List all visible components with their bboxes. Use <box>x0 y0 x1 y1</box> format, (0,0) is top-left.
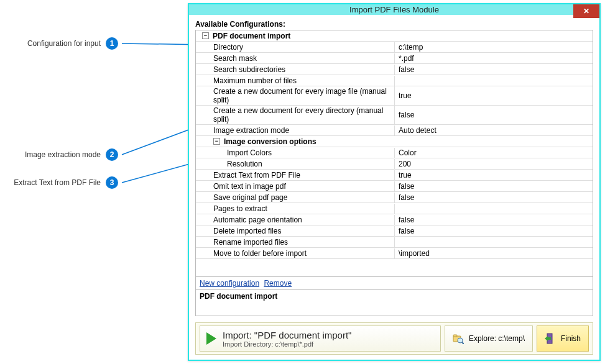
prop-label: Delete imported files <box>213 227 281 235</box>
import-title: Import: "PDF document import" <box>223 330 351 340</box>
annotation-label: Image extraction mode <box>25 150 101 159</box>
prop-label: Resolution <box>227 160 262 168</box>
property-row[interactable]: Automatic page orientation false <box>196 214 593 225</box>
property-row[interactable]: Image extraction mode Auto detect <box>196 125 593 136</box>
explore-label: Explore: c:\temp\ <box>469 334 525 343</box>
annotation-badge: 2 <box>106 148 118 161</box>
description-box: PDF document import <box>195 290 593 316</box>
prop-value[interactable]: 200 <box>395 159 593 169</box>
prop-label: Image extraction mode <box>213 126 289 135</box>
property-row[interactable]: Resolution 200 <box>196 158 593 170</box>
collapse-icon[interactable]: − <box>213 138 220 145</box>
prop-value[interactable]: \imported <box>395 248 593 258</box>
close-button[interactable]: ✕ <box>573 4 599 18</box>
prop-label: Rename imported files <box>213 238 288 247</box>
property-row[interactable]: Delete imported files false <box>196 225 593 237</box>
prop-value[interactable]: true <box>395 170 593 180</box>
prop-value[interactable]: true <box>395 91 593 101</box>
annotation-badge: 3 <box>106 176 118 189</box>
group-label: Image conversion options <box>224 137 316 146</box>
links-row: New configuration Remove <box>195 277 593 290</box>
import-button[interactable]: Import: "PDF document import" Import Dir… <box>200 325 441 352</box>
property-row[interactable]: Create a new document for every image fi… <box>196 86 593 106</box>
prop-value[interactable] <box>395 242 593 243</box>
prop-value[interactable]: false <box>395 181 593 191</box>
prop-label: Create a new document for every director… <box>213 106 392 124</box>
prop-label: Pages to extract <box>213 204 267 213</box>
group-row[interactable]: − PDF document import <box>196 30 593 42</box>
prop-value[interactable]: *.pdf <box>395 53 593 63</box>
property-row[interactable]: Search subdirectories false <box>196 64 593 75</box>
close-icon: ✕ <box>583 7 589 16</box>
prop-value[interactable]: c:\temp <box>395 42 593 52</box>
prop-value[interactable] <box>395 80 593 81</box>
prop-value[interactable]: Color <box>395 148 593 158</box>
prop-label: Create a new document for every image fi… <box>213 87 392 104</box>
property-row[interactable]: Move to folder before import \imported <box>196 248 593 259</box>
prop-value[interactable] <box>395 208 593 209</box>
property-row[interactable]: Create a new document for every director… <box>196 106 593 125</box>
svg-point-5 <box>458 338 463 343</box>
prop-label: Directory <box>213 43 243 52</box>
exit-icon <box>545 333 556 344</box>
prop-value[interactable]: false <box>395 110 593 120</box>
prop-value[interactable]: false <box>395 65 593 75</box>
titlebar: Import PDF Files Module ✕ <box>189 4 599 15</box>
prop-label: Extract Text from PDF File <box>213 171 300 180</box>
property-row[interactable]: Rename imported files <box>196 237 593 248</box>
prop-label: Search mask <box>213 54 257 63</box>
annotation-label: Configuration for input <box>27 39 101 48</box>
section-label: Available Configurations: <box>195 20 593 29</box>
prop-value[interactable]: false <box>395 215 593 225</box>
annotation-badge: 1 <box>106 37 118 50</box>
window-title: Import PDF Files Module <box>189 5 599 14</box>
prop-label: Save original pdf page <box>213 193 287 202</box>
property-row[interactable]: Directory c:\temp <box>196 42 593 53</box>
prop-value[interactable]: false <box>395 193 593 202</box>
remove-link[interactable]: Remove <box>264 279 292 288</box>
subgroup-row[interactable]: − Image conversion options <box>196 136 593 147</box>
prop-label: Omit text in image pdf <box>213 182 286 191</box>
property-row[interactable]: Pages to extract <box>196 203 593 214</box>
property-row[interactable]: Maximum number of files <box>196 75 593 86</box>
annotation-label: Extract Text from PDF File <box>14 178 101 187</box>
svg-line-6 <box>462 342 464 344</box>
finish-label: Finish <box>561 334 581 343</box>
empty-row <box>196 259 593 276</box>
prop-value[interactable]: Auto detect <box>395 125 593 135</box>
prop-label: Move to folder before import <box>213 249 307 258</box>
explore-button[interactable]: Explore: c:\temp\ <box>445 325 533 352</box>
group-label: PDF document import <box>213 32 290 40</box>
svg-rect-4 <box>453 335 457 337</box>
import-subtitle: Import Directory: c:\temp\*.pdf <box>223 340 351 348</box>
property-row[interactable]: Omit text in image pdf false <box>196 181 593 192</box>
property-row[interactable]: Search mask *.pdf <box>196 53 593 64</box>
property-row[interactable]: Save original pdf page false <box>196 192 593 203</box>
property-row[interactable]: Extract Text from PDF File true <box>196 170 593 181</box>
prop-label: Automatic page orientation <box>213 216 302 224</box>
property-grid: − PDF document import Directory c:\temp … <box>195 30 593 277</box>
property-row[interactable]: Import Colors Color <box>196 147 593 158</box>
bottom-toolbar: Import: "PDF document import" Import Dir… <box>195 322 593 355</box>
prop-label: Import Colors <box>227 148 272 157</box>
new-configuration-link[interactable]: New configuration <box>200 279 259 288</box>
prop-label: Search subdirectories <box>213 65 285 74</box>
play-icon <box>206 332 216 345</box>
prop-label: Maximum number of files <box>213 76 297 85</box>
collapse-icon[interactable]: − <box>202 32 209 39</box>
finish-button[interactable]: Finish <box>537 325 589 352</box>
dialog-window: Import PDF Files Module ✕ Available Conf… <box>188 3 601 361</box>
magnify-folder-icon <box>453 333 464 344</box>
prop-value[interactable]: false <box>395 226 593 236</box>
